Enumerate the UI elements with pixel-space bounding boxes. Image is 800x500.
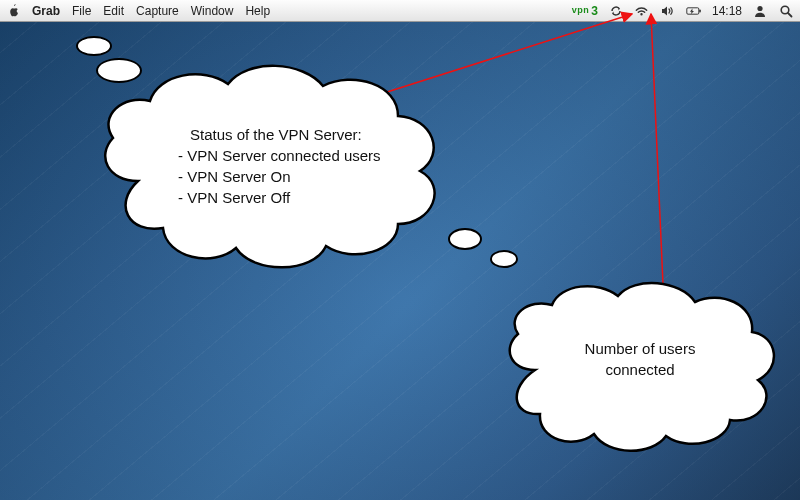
annotation-cloud-user-count: Number of users connected <box>480 270 780 460</box>
vpn-user-count: 3 <box>591 4 598 18</box>
active-app-name[interactable]: Grab <box>32 4 60 18</box>
apple-menu-icon[interactable] <box>6 4 20 18</box>
vpn-status-menu-extra[interactable]: vpn 3 <box>572 4 598 18</box>
menu-bar: Grab File Edit Capture Window Help vpn 3… <box>0 0 800 22</box>
svg-point-2 <box>757 5 762 10</box>
svg-rect-1 <box>699 9 701 12</box>
svg-line-4 <box>788 13 792 17</box>
wifi-icon[interactable] <box>634 3 650 19</box>
svg-line-6 <box>651 14 663 284</box>
cloud2-line1: Number of users <box>560 338 720 359</box>
menu-window[interactable]: Window <box>191 4 234 18</box>
cloud2-line2: connected <box>560 359 720 380</box>
sync-icon[interactable] <box>608 3 624 19</box>
volume-icon[interactable] <box>660 3 676 19</box>
annotation-cloud-vpn-status: Status of the VPN Server: - VPN Server c… <box>68 46 468 286</box>
thought-bubble-small <box>490 250 518 268</box>
menu-help[interactable]: Help <box>245 4 270 18</box>
menu-edit[interactable]: Edit <box>103 4 124 18</box>
spotlight-icon[interactable] <box>778 3 794 19</box>
menu-file[interactable]: File <box>72 4 91 18</box>
cloud1-line3: - VPN Server Off <box>178 187 428 208</box>
cloud1-line1: - VPN Server connected users <box>178 145 428 166</box>
user-icon[interactable] <box>752 3 768 19</box>
battery-icon[interactable] <box>686 3 702 19</box>
cloud1-line2: - VPN Server On <box>178 166 428 187</box>
menu-bar-clock[interactable]: 14:18 <box>712 4 742 18</box>
thought-bubble-small <box>448 228 482 250</box>
cloud1-heading: Status of the VPN Server: <box>178 124 428 145</box>
menu-capture[interactable]: Capture <box>136 4 179 18</box>
vpn-label: vpn <box>572 5 590 15</box>
